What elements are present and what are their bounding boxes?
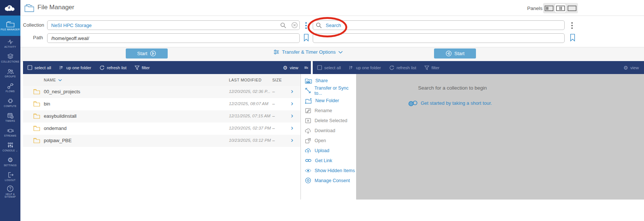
globus-logo[interactable]: g: [0, 0, 20, 16]
refresh-icon: [99, 65, 105, 70]
select-all-control[interactable]: select all: [27, 65, 51, 70]
refresh-list-label: refresh list: [397, 66, 416, 70]
download-icon: [305, 128, 311, 134]
file-name: bin: [44, 101, 50, 107]
start-transfer-right-button[interactable]: Start: [434, 48, 476, 58]
search-options-kebab[interactable]: [571, 22, 573, 29]
menu-item-download[interactable]: Download: [301, 125, 356, 135]
up-one-folder-button[interactable]: up one folder: [349, 65, 381, 70]
menu-item-share[interactable]: Share: [301, 76, 356, 86]
table-row[interactable]: potpaw_PBE 10/23/2025, 03:12 PM – ›: [23, 135, 300, 147]
menu-item-transfer-or-sync[interactable]: Transfer or Sync to...: [301, 86, 356, 96]
column-name[interactable]: NAME: [44, 78, 62, 82]
bookmark-icon[interactable]: [570, 34, 575, 42]
menu-item-label: Show Hidden Items: [315, 168, 355, 173]
last-modified: 12/11/2025, 07:15 AM: [229, 114, 270, 118]
start-transfer-left-button[interactable]: Start: [126, 48, 168, 58]
filter-button[interactable]: filter: [424, 66, 440, 70]
refresh-list-button[interactable]: refresh list: [99, 65, 126, 70]
sidebar-item-collections[interactable]: COLLECTIONS: [0, 51, 20, 66]
select-all-label: select all: [324, 66, 341, 70]
file-size: –: [272, 101, 275, 107]
sidebar-item-label: FILE MANAGER: [1, 28, 20, 31]
folder-icon: [33, 138, 40, 143]
menu-item-get-link[interactable]: Get Link: [301, 155, 356, 165]
transfer-timer-options[interactable]: Transfer & Timer Options: [273, 49, 343, 55]
sidebar-item-streams[interactable]: STREAMS: [0, 125, 20, 140]
menu-item-new-folder[interactable]: New Folder: [301, 96, 356, 106]
sort-chevron-down-icon: [58, 79, 62, 81]
column-last-modified[interactable]: LAST MODIFIED: [229, 78, 262, 82]
up-one-folder-label: up one folder: [356, 66, 381, 70]
collapse-panel-icon[interactable]: ≡‹: [304, 65, 308, 70]
sidebar-item-flows[interactable]: FLOWS: [0, 80, 20, 95]
empty-state-message: Search for a collection to begin: [418, 85, 487, 91]
search-icon[interactable]: [280, 22, 286, 29]
sidebar-item-logout[interactable]: LOGOUT: [0, 169, 20, 184]
new-folder-icon: [305, 98, 312, 104]
chevron-right-icon[interactable]: ›: [291, 111, 293, 120]
path-input[interactable]: [47, 33, 300, 43]
menu-item-manage-consent[interactable]: Manage Consent: [301, 175, 356, 185]
svg-text:?: ?: [9, 187, 12, 191]
chevron-right-icon[interactable]: ›: [291, 99, 293, 107]
up-one-folder-button[interactable]: up one folder: [59, 65, 91, 70]
refresh-icon: [389, 65, 394, 70]
file-size: –: [272, 114, 275, 119]
search-icon[interactable]: [316, 22, 322, 29]
chevron-right-icon[interactable]: ›: [291, 136, 293, 144]
checkbox-icon[interactable]: [27, 65, 32, 70]
checkbox-icon[interactable]: [317, 65, 322, 70]
sidebar-item-timers[interactable]: TIMERS: [0, 110, 20, 125]
view-button[interactable]: ⚙ view: [283, 65, 299, 71]
view-button[interactable]: ⚙ view: [623, 65, 639, 71]
action-menu: Share Transfer or Sync to... New Folder …: [300, 74, 356, 200]
menu-item-rename[interactable]: Rename: [301, 106, 356, 115]
panel-layout-switcher: [543, 3, 578, 13]
table-row[interactable]: ondemand 12/20/2025, 02:37 PM – ›: [23, 123, 300, 135]
menu-item-label: Share: [315, 78, 328, 83]
panels-label: Panels: [527, 6, 542, 11]
tour-link[interactable]: Get started by taking a short tour.: [408, 99, 492, 107]
folder-icon: [33, 101, 40, 107]
menu-item-show-hidden-items[interactable]: Show Hidden Items: [301, 165, 356, 175]
chevron-down-icon: ⌄: [16, 149, 18, 152]
svg-text:g: g: [8, 4, 10, 9]
menu-item-label: Rename: [315, 108, 332, 113]
table-row[interactable]: bin 12/2/2025, 08:07 AM – ›: [23, 98, 300, 110]
chevron-right-icon[interactable]: ›: [291, 87, 293, 95]
filter-button[interactable]: filter: [135, 66, 150, 70]
table-row[interactable]: easybuildinstall 12/11/2025, 07:15 AM – …: [23, 110, 300, 123]
sidebar-item-activity[interactable]: ACTIVITY: [0, 36, 20, 51]
sidebar-item-settings[interactable]: ⚙ SETTINGS: [0, 154, 20, 169]
collection-input[interactable]: [47, 20, 300, 30]
bookmark-icon[interactable]: [303, 34, 309, 42]
menu-item-upload[interactable]: Upload: [301, 145, 356, 155]
get-link-icon: [305, 158, 312, 163]
clear-collection-icon[interactable]: [291, 22, 298, 29]
collection-options-kebab[interactable]: [305, 22, 307, 29]
table-header: NAME LAST MODIFIED SIZE: [23, 74, 300, 86]
path-input-right[interactable]: [313, 33, 565, 43]
dual-panel-button[interactable]: [555, 4, 566, 13]
third-panel-button[interactable]: [567, 4, 578, 13]
sidebar-item-label: HELP & SITEMAP: [0, 193, 20, 198]
sidebar-item-help-sitemap[interactable]: ? HELP & SITEMAP: [0, 184, 20, 199]
refresh-list-button[interactable]: refresh list: [389, 65, 416, 70]
menu-item-delete-selected[interactable]: Delete Selected: [301, 115, 356, 125]
menu-item-open[interactable]: Open: [301, 135, 356, 145]
sidebar-item-file-manager[interactable]: FILE MANAGER: [0, 16, 20, 36]
collection-search-input[interactable]: [313, 20, 565, 30]
column-size[interactable]: SIZE: [272, 78, 282, 82]
console-icon: [7, 142, 14, 148]
select-all-control[interactable]: select all: [317, 65, 341, 70]
filter-funnel-icon: [424, 66, 429, 70]
sidebar-item-compute[interactable]: COMPUTE: [0, 95, 20, 110]
single-panel-button[interactable]: [543, 4, 554, 13]
sidebar-item-groups[interactable]: GROUPS: [0, 66, 20, 80]
transfer-icon: [305, 87, 311, 94]
table-row[interactable]: 00_nesi_projects 12/20/2025, 02:36 P... …: [23, 86, 300, 98]
chevron-right-icon[interactable]: ›: [291, 124, 293, 132]
file-name: ondemand: [44, 125, 66, 131]
sidebar-item-console[interactable]: CONSOLE ⌄: [0, 140, 20, 154]
